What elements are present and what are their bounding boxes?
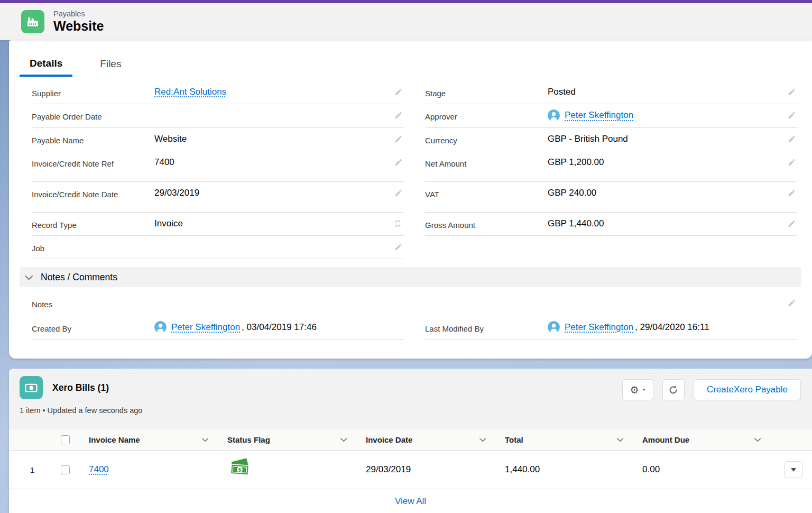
total-cell: 1,440.00 [500, 464, 637, 475]
edit-payable-name-button[interactable] [386, 133, 404, 143]
row-number: 1 [9, 465, 56, 474]
svg-text:$: $ [238, 466, 242, 472]
column-header-amount-due[interactable]: Amount Due [637, 435, 774, 444]
table-header-row: Invoice Name Status Flag Invoice Date To… [9, 429, 812, 451]
xero-bills-icon [20, 376, 43, 399]
table-row: 1 7400 $ 29/03/2019 1,440.00 0.00 [9, 451, 812, 489]
pencil-icon [787, 111, 795, 119]
status-flag-cell: $ [222, 457, 361, 483]
field-currency: Currency GBP - British Pound [425, 128, 797, 151]
pencil-icon [394, 135, 402, 143]
modified-datetime: , 29/04/2020 16:11 [635, 321, 709, 334]
approver-link[interactable]: Peter Skeffington [565, 109, 633, 122]
view-all-link[interactable]: View All [395, 496, 426, 507]
field-empty-cell [425, 236, 797, 259]
refresh-button[interactable] [662, 379, 685, 400]
dropdown-triangle-icon [791, 468, 796, 472]
field-job: Job [32, 236, 404, 259]
cash-icon: $ [227, 457, 253, 480]
pencil-icon [787, 189, 795, 197]
related-list-footer: View All [9, 489, 812, 513]
section-notes-comments[interactable]: Notes / Comments [20, 267, 801, 287]
list-settings-button[interactable]: ⚙︎ [622, 379, 653, 400]
avatar [548, 321, 560, 333]
change-record-type-icon [394, 219, 402, 227]
edit-payable-order-date-button[interactable] [386, 109, 404, 119]
chevron-down-icon[interactable] [202, 438, 209, 442]
pencil-icon [394, 158, 402, 166]
edit-gross-amount-button[interactable] [779, 217, 797, 227]
avatar [154, 321, 167, 333]
pencil-icon [394, 189, 402, 197]
edit-approver-button[interactable] [779, 109, 797, 119]
column-header-total[interactable]: Total [500, 435, 637, 444]
created-by-link[interactable]: Peter Skeffington [171, 321, 240, 334]
pencil-icon [787, 88, 795, 96]
chevron-down-icon[interactable] [617, 438, 624, 442]
field-vat: VAT GBP 240.00 [425, 182, 797, 213]
field-notes: Notes [32, 290, 797, 316]
field-supplier: Supplier Red:Ant Solutions [32, 81, 404, 104]
column-header-invoice-name[interactable]: Invoice Name [75, 435, 222, 444]
edit-notes-button[interactable] [779, 297, 797, 307]
edit-net-amount-button[interactable] [779, 156, 797, 166]
refresh-icon [668, 385, 678, 395]
edit-supplier-button[interactable] [386, 86, 404, 96]
field-approver: Approver Peter Skeffington [425, 104, 797, 127]
pencil-icon [787, 219, 795, 227]
row-actions-button[interactable] [784, 461, 803, 478]
tab-files[interactable]: Files [90, 58, 131, 77]
pencil-icon [394, 88, 402, 96]
pencil-icon [787, 299, 795, 307]
tab-details[interactable]: Details [20, 58, 72, 77]
create-xero-payable-button[interactable]: CreateXero Payable [694, 379, 801, 400]
related-list-meta: 1 item • Updated a few seconds ago [20, 406, 801, 415]
edit-invoice-date-button[interactable] [386, 187, 404, 197]
invoice-name-link[interactable]: 7400 [89, 464, 109, 474]
edit-vat-button[interactable] [779, 187, 797, 197]
field-stage: Stage Posted [425, 81, 797, 104]
field-net-amount: Net Amount GBP 1,200.00 [425, 151, 797, 182]
field-payable-name: Payable Name Website [32, 128, 404, 151]
pencil-icon [394, 243, 402, 251]
field-last-modified-by: Last Modified By Peter Skeffington , 29/… [425, 316, 797, 340]
field-invoice-date: Invoice/Credit Note Date 29/03/2019 [32, 182, 404, 213]
edit-stage-button[interactable] [779, 86, 797, 96]
column-header-invoice-date[interactable]: Invoice Date [361, 435, 500, 444]
field-invoice-ref: Invoice/Credit Note Ref 7400 [32, 151, 404, 182]
chevron-down-icon[interactable] [340, 438, 347, 442]
section-title: Notes / Comments [41, 272, 117, 283]
related-list-title[interactable]: Xero Bills (1) [52, 382, 109, 393]
invoice-date-cell: 29/03/2019 [361, 464, 500, 475]
field-layout: Supplier Red:Ant Solutions Stage Posted … [32, 81, 797, 259]
field-payable-order-date: Payable Order Date [32, 104, 404, 127]
banknote-icon [24, 380, 39, 395]
chevron-down-icon[interactable] [754, 438, 761, 442]
avatar [548, 109, 560, 122]
created-datetime: , 03/04/2019 17:46 [242, 321, 317, 334]
related-list-header: Xero Bills (1) 1 item • Updated a few se… [9, 369, 812, 429]
edit-invoice-ref-button[interactable] [386, 156, 404, 166]
row-checkbox[interactable] [61, 465, 70, 474]
field-record-type: Record Type Invoice [32, 213, 404, 236]
field-created-by: Created By Peter Skeffington , 03/04/201… [32, 316, 404, 340]
gear-icon: ⚙︎ [630, 385, 639, 395]
pencil-icon [787, 158, 795, 166]
caret-down-icon [642, 389, 645, 391]
edit-currency-button[interactable] [779, 133, 797, 143]
chevron-down-icon[interactable] [479, 438, 486, 442]
select-all-checkbox[interactable] [61, 435, 70, 444]
xero-bills-related-list: Xero Bills (1) 1 item • Updated a few se… [9, 369, 812, 513]
amount-due-cell: 0.00 [637, 464, 774, 475]
supplier-link[interactable]: Red:Ant Solutions [154, 86, 226, 98]
tab-bar: Details Files [9, 40, 812, 77]
column-header-status-flag[interactable]: Status Flag [222, 435, 361, 444]
record-detail-card: Details Files Supplier Red:Ant Solutions… [9, 40, 812, 359]
modified-by-link[interactable]: Peter Skeffington [565, 321, 633, 334]
payables-entity-icon [21, 10, 44, 33]
field-gross-amount: Gross Amount GBP 1,440.00 [425, 213, 797, 236]
change-record-type-button[interactable] [386, 217, 404, 227]
edit-job-button[interactable] [386, 241, 404, 251]
chevron-down-icon [25, 272, 33, 283]
object-context-label: Payables [53, 9, 104, 19]
